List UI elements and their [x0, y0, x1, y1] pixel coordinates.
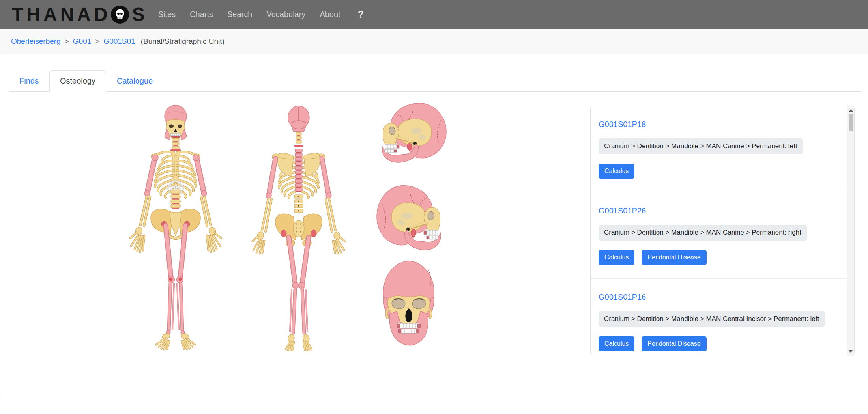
- entry-id-link[interactable]: G001S01P26: [599, 206, 840, 215]
- osteology-entries-panel: G001S01P18 Cranium > Dentition > Mandibl…: [590, 106, 855, 356]
- bone-path-label: Cranium > Dentition > Mandible > MAN Can…: [599, 225, 807, 241]
- navbar-menu-item[interactable]: Vocabulary: [266, 10, 305, 19]
- skull-lateral-left-diagram[interactable]: [375, 99, 448, 172]
- bone-path-label: Cranium > Dentition > Mandible > MAN Can…: [599, 138, 803, 154]
- logo-text-pre: THANAD: [12, 5, 111, 24]
- tab[interactable]: Osteology: [49, 70, 106, 92]
- breadcrumb-link[interactable]: G001: [73, 37, 91, 45]
- skeleton-posterior-diagram[interactable]: [241, 99, 364, 351]
- breadcrumb-item: G001>: [73, 37, 104, 46]
- top-navbar: THANAD S SitesChartsSearchVocabularyAbou…: [0, 0, 868, 29]
- tab-bar: FindsOsteologyCatalogue: [9, 70, 861, 92]
- logo-text-post: S: [132, 5, 148, 24]
- help-icon[interactable]: ?: [358, 9, 364, 20]
- osteology-entry: G001S01P18 Cranium > Dentition > Mandibl…: [591, 106, 847, 192]
- breadcrumb-item: Oberleiserberg>: [11, 37, 73, 46]
- entry-id-link[interactable]: G001S01P16: [599, 292, 840, 302]
- navbar-menu-item[interactable]: Sites: [158, 10, 176, 19]
- navbar-menu: SitesChartsSearchVocabularyAbout: [158, 10, 340, 19]
- breadcrumb-type-label: (Burial/Stratigraphic Unit): [141, 37, 224, 46]
- thanados-logo[interactable]: THANAD S: [12, 5, 148, 24]
- tab[interactable]: Catalogue: [106, 70, 163, 92]
- scrollbar-thumb[interactable]: [849, 114, 853, 131]
- breadcrumb-links: Oberleiserberg> G001> G001S01: [11, 37, 135, 46]
- pathology-badge[interactable]: Calculus: [599, 164, 634, 179]
- footer-divider: [65, 412, 868, 412]
- pathology-badges: CalculusPeridontal Disease: [599, 250, 840, 265]
- scrollbar-up-arrow-icon[interactable]: [849, 109, 853, 112]
- navbar-menu-item[interactable]: Search: [227, 10, 252, 19]
- breadcrumb-separator: >: [65, 37, 69, 45]
- navbar-menu-item[interactable]: About: [320, 10, 340, 19]
- skull-lateral-right-diagram[interactable]: [375, 181, 448, 260]
- scrollbar-down-arrow-icon[interactable]: [849, 350, 853, 353]
- tabs-region: FindsOsteologyCatalogue: [9, 54, 861, 92]
- navbar-menu-item[interactable]: Charts: [190, 10, 213, 19]
- skull-logo-icon: [111, 6, 129, 24]
- bone-path-label: Cranium > Dentition > Mandible > MAN Cen…: [599, 311, 825, 327]
- breadcrumb-link[interactable]: Oberleiserberg: [11, 37, 61, 45]
- breadcrumb-link[interactable]: G001S01: [103, 37, 135, 45]
- entry-id-link[interactable]: G001S01P18: [599, 119, 840, 129]
- pathology-badge[interactable]: Peridontal Disease: [642, 336, 706, 351]
- pathology-badges: Calculus: [599, 164, 840, 179]
- breadcrumb-item: G001S01: [103, 37, 135, 46]
- osteology-entry: G001S01P16 Cranium > Dentition > Mandibl…: [591, 278, 847, 356]
- skeleton-anterior-diagram[interactable]: [110, 99, 241, 351]
- breadcrumb-separator: >: [95, 37, 99, 45]
- pathology-badge[interactable]: Calculus: [599, 336, 634, 351]
- skull-frontal-diagram[interactable]: [376, 258, 442, 352]
- pathology-badge[interactable]: Calculus: [599, 250, 634, 265]
- osteology-entry: G001S01P26 Cranium > Dentition > Mandibl…: [591, 192, 847, 278]
- breadcrumb: Oberleiserberg> G001> G001S01 (Burial/St…: [0, 29, 868, 54]
- tab[interactable]: Finds: [9, 70, 49, 92]
- container-left-border: [2, 54, 2, 400]
- pathology-badge[interactable]: Peridontal Disease: [642, 250, 706, 265]
- pathology-badges: CalculusPeridontal Disease: [599, 336, 840, 351]
- entries-list: G001S01P18 Cranium > Dentition > Mandibl…: [591, 106, 847, 356]
- panel-scrollbar[interactable]: [847, 106, 854, 356]
